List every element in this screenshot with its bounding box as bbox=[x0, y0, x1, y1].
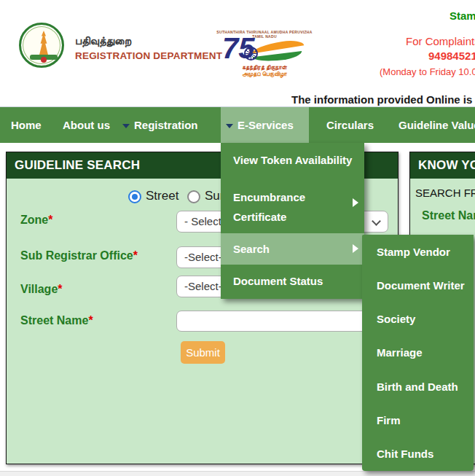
street-name-label: Street Name* bbox=[20, 314, 93, 327]
footer-strip bbox=[0, 471, 475, 476]
nav-guideline-value-label: Guideline Value bbox=[399, 119, 475, 131]
tn-government-emblem-logo bbox=[19, 23, 64, 68]
tamil-caption-line2: அமுதப் பெருவிழா bbox=[217, 71, 312, 77]
submenu-item-birth-and-death[interactable]: Birth and Death bbox=[362, 370, 474, 403]
village-select-value: -Select- bbox=[184, 280, 222, 292]
submenu-item-society[interactable]: Society bbox=[362, 303, 474, 336]
street-name-input[interactable] bbox=[176, 311, 388, 332]
sro-label-text: Sub Registrar Office bbox=[20, 249, 133, 262]
submenu-item-chit-funds[interactable]: Chit Funds bbox=[362, 437, 474, 471]
menu-item-search[interactable]: Search bbox=[221, 233, 364, 265]
department-title-english: REGISTRATION DEPARTMENT bbox=[75, 50, 222, 61]
know-your-panel-title: KNOW YOUR JURISDICTION bbox=[410, 152, 475, 179]
street-name-label-text: Street Name bbox=[20, 314, 88, 327]
search-from-text: SEARCH FROM bbox=[415, 187, 475, 199]
sub-registrar-office-label: Sub Registrar Office* bbox=[20, 249, 138, 262]
know-street-name-label: Street Name bbox=[422, 209, 475, 222]
nav-e-services-label: E-Services bbox=[238, 119, 294, 131]
zone-label: Zone* bbox=[20, 214, 52, 227]
chevron-down-icon bbox=[372, 216, 381, 226]
azadi-75-logo: 75 bbox=[222, 38, 310, 67]
village-label-text: Village bbox=[20, 283, 58, 295]
complaints-hours-text: (Monday to Friday 10.00 AM to 5.45 PM) bbox=[380, 66, 475, 77]
complaints-phone-number: 9498452110 bbox=[428, 50, 475, 62]
submenu-item-marriage[interactable]: Marriage bbox=[362, 336, 474, 370]
emblem-gopuram-shape bbox=[36, 31, 52, 55]
amrit-mahotsav-tamil-caption: சுதந்திரத் திருநாள் அமுதப் பெருவிழா bbox=[217, 64, 312, 77]
nav-registration-label: Registration bbox=[134, 119, 198, 131]
nav-item-about-us[interactable]: About us bbox=[63, 107, 110, 143]
nav-circulars-label: Circulars bbox=[326, 119, 374, 131]
street-radio-label: Street bbox=[146, 189, 178, 203]
chevron-down-icon bbox=[226, 124, 233, 128]
required-asterisk: * bbox=[58, 283, 62, 295]
flag-swoosh-green bbox=[253, 51, 303, 63]
menu-search-label: Search bbox=[233, 243, 270, 255]
complaints-text: For Complaints bbox=[406, 35, 475, 47]
stamp-notice-text: Stamp bbox=[450, 9, 475, 22]
nav-item-home[interactable]: Home bbox=[11, 107, 42, 143]
submenu-item-firm[interactable]: Firm bbox=[362, 403, 474, 437]
chevron-down-icon bbox=[122, 124, 130, 128]
tamil-caption-line1: சுதந்திரத் திருநாள் bbox=[217, 64, 312, 71]
department-title-tamil: பதிவுத்துறை bbox=[75, 34, 131, 47]
ashoka-chakra-icon bbox=[244, 47, 258, 61]
sro-select-value: -Select- bbox=[184, 251, 222, 263]
nav-item-e-services[interactable]: E-Services bbox=[221, 107, 309, 143]
search-submenu: Stamp Vendor Document Writer Society Mar… bbox=[362, 235, 474, 471]
submenu-arrow-icon bbox=[353, 244, 358, 253]
nav-home-label: Home bbox=[11, 119, 42, 131]
street-radio[interactable] bbox=[128, 190, 141, 203]
nav-item-circulars[interactable]: Circulars bbox=[326, 107, 374, 143]
submit-button[interactable]: Submit bbox=[181, 341, 225, 364]
menu-item-view-token-availability[interactable]: View Token Availability bbox=[233, 154, 352, 166]
emblem-center-dot bbox=[41, 57, 47, 63]
submenu-arrow-icon bbox=[353, 198, 358, 207]
nav-item-guideline-value[interactable]: Guideline Value bbox=[399, 107, 475, 143]
required-asterisk: * bbox=[88, 314, 93, 327]
survey-radio[interactable] bbox=[187, 190, 200, 203]
menu-item-encumbrance-certificate[interactable]: Encumbrance Certificate bbox=[233, 187, 344, 227]
main-navbar: Home About us Registration E-Services Ci… bbox=[0, 107, 475, 143]
nav-item-registration[interactable]: Registration bbox=[122, 107, 198, 143]
submenu-item-document-writer[interactable]: Document Writer bbox=[362, 268, 474, 302]
required-asterisk: * bbox=[48, 214, 52, 226]
page: பதிவுத்துறை REGISTRATION DEPARTMENT SUTH… bbox=[0, 0, 475, 476]
e-services-dropdown-menu: View Token Availability Encumbrance Cert… bbox=[221, 143, 364, 299]
village-label: Village* bbox=[20, 283, 63, 296]
menu-item-document-status[interactable]: Document Status bbox=[233, 275, 323, 287]
nav-about-label: About us bbox=[63, 119, 110, 131]
submenu-item-stamp-vendor[interactable]: Stamp Vendor bbox=[362, 235, 474, 268]
required-asterisk: * bbox=[133, 249, 138, 262]
zone-label-text: Zone bbox=[20, 214, 48, 226]
info-marquee-text: The information provided Online is updat… bbox=[291, 93, 475, 106]
